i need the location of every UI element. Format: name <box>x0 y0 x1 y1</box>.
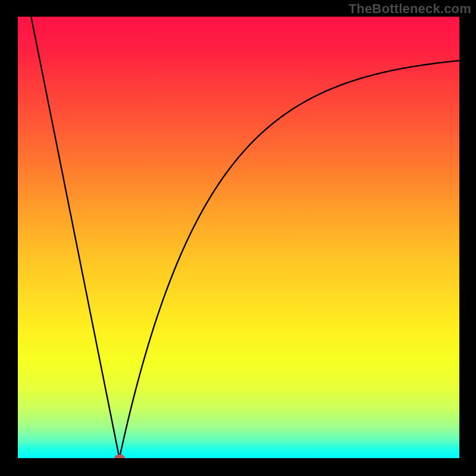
plot-area <box>18 17 459 458</box>
bottleneck-curve <box>31 17 459 458</box>
minimum-marker <box>114 455 125 458</box>
watermark-text: TheBottleneck.com <box>349 1 471 17</box>
chart-svg <box>18 17 459 458</box>
chart-frame: TheBottleneck.com <box>0 0 476 476</box>
